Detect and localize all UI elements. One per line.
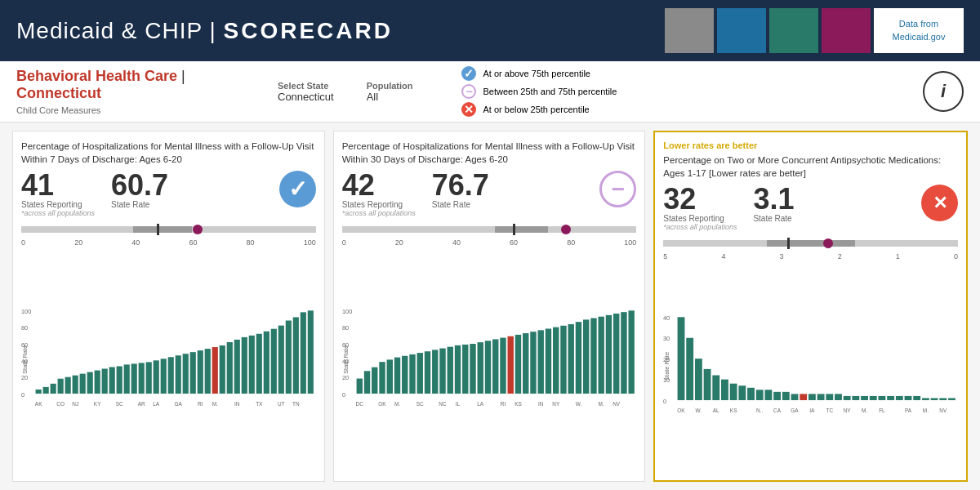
state-rate: 60.7 State Rate xyxy=(111,171,168,209)
svg-text:AL: AL xyxy=(713,408,719,413)
svg-text:100: 100 xyxy=(21,308,31,315)
color-swatch-teal xyxy=(769,8,818,53)
svg-text:0: 0 xyxy=(21,391,24,399)
population-selector[interactable]: Population All xyxy=(367,81,413,103)
svg-rect-21 xyxy=(190,352,196,394)
svg-rect-146 xyxy=(931,399,938,401)
svg-rect-24 xyxy=(212,347,218,394)
range-bar-container xyxy=(21,224,316,235)
color-swatch-blue xyxy=(717,8,766,53)
svg-rect-89 xyxy=(583,320,589,394)
range-iqr xyxy=(133,226,192,233)
states-number: 41 xyxy=(21,171,95,200)
svg-text:0: 0 xyxy=(663,398,666,405)
svg-rect-120 xyxy=(704,369,711,400)
svg-text:80: 80 xyxy=(342,325,349,332)
svg-rect-92 xyxy=(605,315,611,394)
svg-text:RI: RI xyxy=(500,401,506,407)
svg-rect-134 xyxy=(826,394,834,401)
svg-rect-22 xyxy=(198,350,203,394)
svg-text:NY: NY xyxy=(552,401,560,407)
svg-text:N..: N.. xyxy=(756,408,763,413)
svg-rect-79 xyxy=(507,336,513,394)
svg-text:KY: KY xyxy=(94,401,101,407)
svg-rect-25 xyxy=(220,345,225,394)
state-selector[interactable]: Select State Connecticut xyxy=(278,81,334,103)
svg-rect-12 xyxy=(124,365,130,394)
range-median xyxy=(513,224,515,235)
title-bold: SCORECARD xyxy=(224,18,393,43)
check-icon: ✓ xyxy=(461,66,476,81)
data-source-label: Data fromMedicaid.gov xyxy=(874,8,964,53)
svg-rect-122 xyxy=(721,380,728,400)
svg-text:TX: TX xyxy=(256,401,263,407)
svg-rect-3 xyxy=(58,379,64,394)
svg-rect-139 xyxy=(870,396,877,400)
svg-rect-132 xyxy=(808,394,816,401)
svg-rect-84 xyxy=(545,329,550,394)
svg-text:GA: GA xyxy=(791,408,800,413)
bar-chart: DCOKM.SCNCILLARIKSINNYW.M.NV 02040608010… xyxy=(342,247,637,473)
svg-text:NJ: NJ xyxy=(72,401,78,407)
state-rate-number: 76.7 xyxy=(432,171,489,200)
card-2: Percentage of Hospitalizations for Menta… xyxy=(333,131,646,482)
svg-rect-4 xyxy=(65,377,71,394)
card-3: Lower rates are better Percentage on Two… xyxy=(653,131,968,482)
svg-rect-10 xyxy=(109,368,115,394)
state-value: Connecticut xyxy=(278,91,334,103)
svg-rect-70 xyxy=(439,349,445,394)
stats-row: 42 States Reporting *across all populati… xyxy=(342,171,637,217)
svg-rect-128 xyxy=(774,392,782,400)
svg-text:UT: UT xyxy=(278,401,285,407)
svg-rect-121 xyxy=(713,376,720,401)
legend-label-below: At or below 25th percentile xyxy=(483,105,589,114)
svg-text:NV: NV xyxy=(612,401,621,407)
svg-rect-118 xyxy=(687,338,694,400)
status-icon-minus: − xyxy=(599,171,636,207)
svg-text:LA: LA xyxy=(153,401,160,407)
range-iqr xyxy=(495,226,548,233)
svg-rect-91 xyxy=(598,317,604,394)
svg-rect-16 xyxy=(154,361,159,394)
legend: ✓ At or above 75th percentile − Between … xyxy=(445,66,882,117)
svg-rect-20 xyxy=(183,354,189,394)
svg-text:M.: M. xyxy=(923,408,929,413)
svg-text:AR: AR xyxy=(138,401,145,407)
svg-text:NY: NY xyxy=(844,408,852,413)
state-rate: 76.7 State Rate xyxy=(432,171,489,209)
subheader: Behavioral Health Care | Connecticut Chi… xyxy=(0,61,980,122)
svg-rect-144 xyxy=(914,396,921,400)
svg-rect-8 xyxy=(95,371,100,394)
population-value: All xyxy=(367,91,413,103)
info-button[interactable]: i xyxy=(923,71,964,112)
svg-rect-83 xyxy=(537,331,543,394)
svg-rect-133 xyxy=(817,394,825,401)
svg-rect-65 xyxy=(402,356,408,394)
svg-rect-61 xyxy=(372,368,377,394)
svg-rect-11 xyxy=(117,367,122,394)
x-icon: ✕ xyxy=(461,102,476,117)
legend-label-between: Between 25th and 75th percentile xyxy=(483,87,617,96)
svg-rect-68 xyxy=(424,351,430,394)
svg-text:State Rate: State Rate xyxy=(21,345,29,374)
states-sublabel: *across all populations xyxy=(342,209,416,217)
svg-rect-85 xyxy=(553,327,559,394)
svg-rect-81 xyxy=(523,333,528,394)
svg-text:IN: IN xyxy=(538,401,544,407)
legend-item-between: − Between 25th and 75th percentile xyxy=(461,84,882,99)
svg-rect-145 xyxy=(922,399,929,401)
states-reporting: 32 States Reporting *across all populati… xyxy=(663,185,737,231)
svg-text:IA: IA xyxy=(810,408,816,413)
card-title: Percentage of Hospitalizations for Menta… xyxy=(342,140,637,166)
range-dot xyxy=(193,225,203,234)
svg-rect-80 xyxy=(514,335,520,394)
svg-rect-124 xyxy=(739,385,746,400)
range-labels: 543210 xyxy=(663,252,958,261)
svg-text:OK: OK xyxy=(378,401,386,407)
svg-rect-23 xyxy=(205,349,211,394)
svg-rect-94 xyxy=(621,312,626,394)
svg-rect-60 xyxy=(363,371,369,394)
svg-text:40: 40 xyxy=(663,314,670,322)
svg-text:KS: KS xyxy=(514,401,522,407)
svg-text:20: 20 xyxy=(21,375,28,382)
